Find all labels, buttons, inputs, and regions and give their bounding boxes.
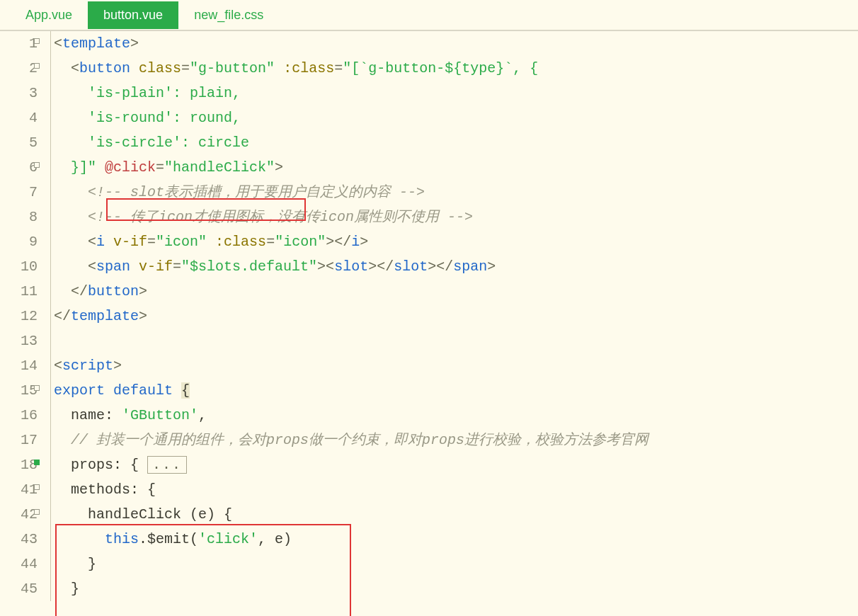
code-line[interactable]: <!-- 传了icon才使用图标，没有传icon属性则不使用 --> <box>54 205 858 229</box>
code-line[interactable]: <template> <box>54 31 858 56</box>
line-number: 5 <box>0 130 38 155</box>
fold-toggle-icon[interactable] <box>34 385 40 391</box>
tab-app-vue[interactable]: App.vue <box>10 1 88 29</box>
fold-column <box>34 31 42 601</box>
code-line[interactable]: this.$emit('click', e) <box>54 527 858 552</box>
fold-toggle-icon[interactable] <box>34 63 40 69</box>
line-number: 8 <box>0 205 38 229</box>
line-number: 41 <box>0 477 38 502</box>
line-number: 7 <box>0 180 38 205</box>
tab-button-vue[interactable]: button.vue <box>88 1 178 29</box>
line-number: 18 <box>0 452 38 477</box>
line-number: 13 <box>0 329 38 353</box>
line-number: 16 <box>0 403 38 428</box>
line-number: 12 <box>0 304 38 329</box>
code-line[interactable]: handleClick (e) { <box>54 502 858 527</box>
code-line[interactable]: <script> <box>54 353 858 378</box>
editor-tabs: App.vue button.vue new_file.css <box>0 0 858 31</box>
code-line[interactable]: } <box>54 552 858 576</box>
folded-code-icon[interactable]: ... <box>147 456 187 474</box>
line-number: 45 <box>0 576 38 601</box>
line-number: 4 <box>0 105 38 130</box>
line-number: 14 <box>0 353 38 378</box>
code-line[interactable]: // 封装一个通用的组件，会对props做一个约束，即对props进行校验，校验… <box>54 428 858 452</box>
line-number: 42 <box>0 502 38 527</box>
line-number: 6 <box>0 155 38 180</box>
fold-toggle-icon[interactable] <box>34 162 40 168</box>
code-line[interactable]: export default { <box>54 378 858 403</box>
line-number: 44 <box>0 552 38 576</box>
code-line[interactable]: } <box>54 576 858 601</box>
code-line[interactable]: methods: { <box>54 477 858 502</box>
code-line[interactable]: <span v-if="$slots.default"><slot></slot… <box>54 254 858 279</box>
fold-toggle-icon[interactable] <box>34 38 40 44</box>
line-gutter: 1 2 3 4 5 6 7 8 9 10 11 12 13 14 15 16 1… <box>0 31 51 601</box>
code-line[interactable]: </template> <box>54 304 858 329</box>
line-number: 11 <box>0 279 38 304</box>
code-content[interactable]: <template> <button class="g-button" :cla… <box>51 31 858 601</box>
tab-new-file-css[interactable]: new_file.css <box>178 1 279 29</box>
line-number: 3 <box>0 81 38 105</box>
fold-toggle-icon[interactable] <box>34 509 40 515</box>
line-number: 17 <box>0 428 38 452</box>
code-line[interactable]: props: { ... <box>54 452 858 477</box>
line-number: 15 <box>0 378 38 403</box>
line-number: 1 <box>0 31 38 56</box>
line-number: 10 <box>0 254 38 279</box>
line-number: 9 <box>0 229 38 254</box>
code-line[interactable]: name: 'GButton', <box>54 403 858 428</box>
line-number: 2 <box>0 56 38 81</box>
code-line[interactable]: 'is-circle': circle <box>54 130 858 155</box>
code-line[interactable] <box>54 329 858 353</box>
code-line[interactable]: <button class="g-button" :class="[`g-but… <box>54 56 858 81</box>
code-line[interactable]: <!-- slot表示插槽，用于要用户自定义的内容 --> <box>54 180 858 205</box>
line-number: 43 <box>0 527 38 552</box>
code-line[interactable]: </button> <box>54 279 858 304</box>
code-line[interactable]: }]" @click="handleClick"> <box>54 155 858 180</box>
code-line[interactable]: <i v-if="icon" :class="icon"></i> <box>54 229 858 254</box>
code-line[interactable]: 'is-plain': plain, <box>54 81 858 105</box>
code-editor[interactable]: 1 2 3 4 5 6 7 8 9 10 11 12 13 14 15 16 1… <box>0 31 858 601</box>
code-line[interactable]: 'is-round': round, <box>54 105 858 130</box>
fold-toggle-icon[interactable] <box>34 484 40 490</box>
fold-toggle-collapsed-icon[interactable] <box>34 460 40 465</box>
